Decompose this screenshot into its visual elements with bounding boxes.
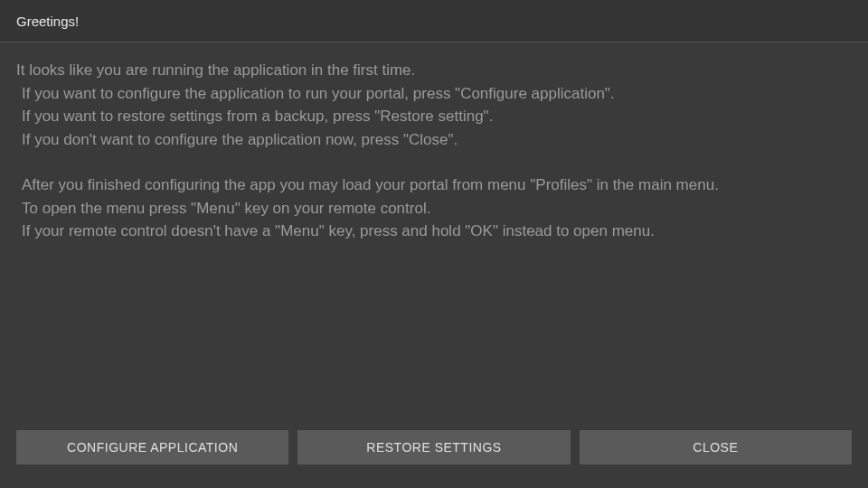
dialog-header: Greetings! [0, 0, 868, 42]
body-line: If you don't want to configure the appli… [16, 128, 852, 152]
body-line: To open the menu press "Menu" key on you… [16, 197, 852, 221]
configure-application-button[interactable]: CONFIGURE APPLICATION [16, 430, 288, 465]
restore-settings-button[interactable]: RESTORE SETTINGS [297, 430, 570, 465]
dialog-body: It looks like you are running the applic… [0, 42, 868, 243]
dialog-title: Greetings! [16, 14, 79, 29]
paragraph-spacer [16, 151, 852, 174]
body-line: It looks like you are running the applic… [16, 59, 852, 82]
close-button[interactable]: CLOSE [580, 430, 852, 465]
body-line: If your remote control doesn't have a "M… [16, 220, 852, 243]
body-line: After you finished configuring the app y… [16, 174, 852, 197]
dialog-button-bar: CONFIGURE APPLICATION RESTORE SETTINGS C… [16, 430, 852, 465]
body-line: If you want to restore settings from a b… [16, 105, 852, 128]
body-line: If you want to configure the application… [16, 82, 852, 106]
